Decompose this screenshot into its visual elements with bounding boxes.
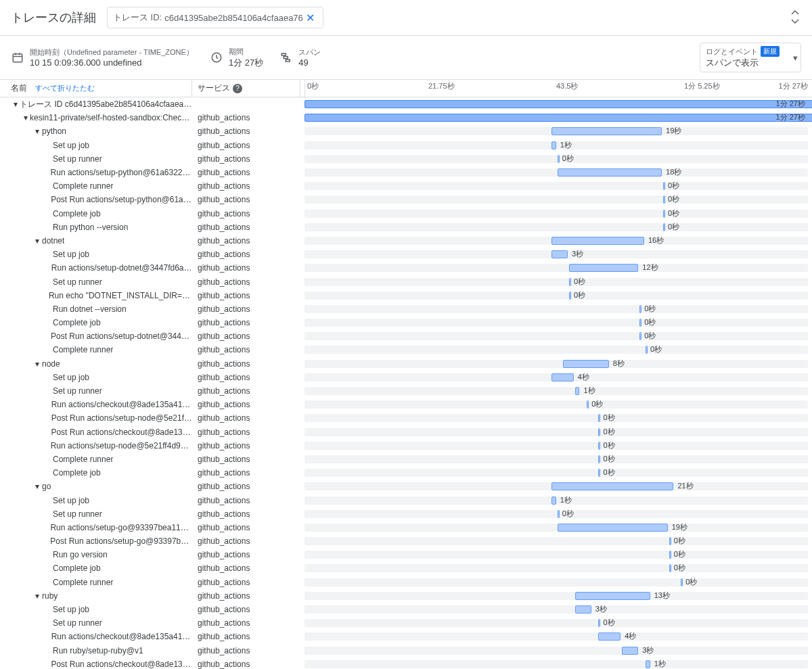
span-row[interactable]: Run ruby/setup-ruby@v1github_actions3秒 — [0, 644, 812, 658]
span-name: kesin11-private/self-hosted-sandbox:Chec… — [30, 113, 192, 122]
span-row[interactable]: Complete runnergithub_actions0秒 — [0, 179, 812, 193]
span-bar[interactable] — [575, 387, 580, 395]
span-row[interactable]: Complete jobgithub_actions0秒 — [0, 466, 812, 480]
trace-id-input[interactable] — [164, 13, 303, 23]
help-icon[interactable]: ? — [233, 84, 242, 93]
span-bar[interactable] — [598, 632, 621, 641]
span-row[interactable]: Post Run actions/checkout@8ade135a...git… — [0, 658, 812, 669]
panel-collapse-down-icon[interactable] — [789, 18, 801, 25]
span-bar[interactable] — [569, 292, 571, 300]
span-bar[interactable] — [622, 647, 638, 655]
span-bar[interactable] — [669, 564, 671, 572]
span-row[interactable]: Post Run actions/setup-go@93397bea1...gi… — [0, 534, 812, 548]
span-row[interactable]: Complete runnergithub_actions0秒 — [0, 343, 812, 356]
expand-toggle-icon[interactable]: ▾ — [21, 113, 30, 122]
expand-toggle-icon[interactable]: ▾ — [32, 236, 42, 246]
span-row[interactable]: Complete runnergithub_actions0秒 — [0, 576, 812, 589]
span-bar[interactable] — [575, 605, 591, 614]
span-row[interactable]: ▾nodegithub_actions8秒 — [0, 357, 812, 371]
span-bar[interactable] — [575, 592, 650, 600]
span-bar[interactable] — [681, 578, 683, 586]
span-bar[interactable] — [551, 250, 568, 258]
span-bar[interactable] — [587, 400, 589, 409]
span-row[interactable]: Run actions/setup-node@5e21ff4d9bc1...gi… — [0, 439, 812, 453]
span-row[interactable]: Run echo "DOTNET_INSTALL_DIR=${RU...gith… — [0, 289, 812, 302]
span-row[interactable]: Set up runnergithub_actions0秒 — [0, 616, 812, 630]
span-bar-cell: 1分 27秒 — [300, 112, 812, 123]
span-row[interactable]: Set up runnergithub_actions0秒 — [0, 152, 812, 166]
span-duration-label: 1分 27秒 — [776, 112, 805, 122]
span-row[interactable]: ▾トレース ID c6d41395abe2b854106a4cfaaea76a.… — [0, 97, 812, 111]
span-bar[interactable] — [646, 660, 650, 668]
span-row[interactable]: ▾rubygithub_actions13秒 — [0, 589, 812, 603]
expand-toggle-icon[interactable]: ▾ — [11, 99, 20, 109]
span-row[interactable]: ▾kesin11-private/self-hosted-sandbox:Che… — [0, 111, 812, 124]
span-bar[interactable] — [304, 100, 812, 108]
span-row[interactable]: Run dotnet --versiongithub_actions0秒 — [0, 302, 812, 316]
span-bar[interactable] — [563, 360, 609, 368]
span-row[interactable]: Set up jobgithub_actions1秒 — [0, 139, 812, 152]
span-row[interactable]: Set up runnergithub_actions0秒 — [0, 275, 812, 288]
expand-toggle-icon[interactable]: ▾ — [32, 591, 42, 601]
span-row[interactable]: Set up jobgithub_actions3秒 — [0, 603, 812, 616]
span-bar[interactable] — [558, 155, 560, 163]
span-bar[interactable] — [639, 332, 641, 340]
span-bar[interactable] — [569, 264, 638, 272]
span-duration-label: 0秒 — [562, 509, 574, 519]
span-bar[interactable] — [646, 346, 648, 354]
clear-search-icon[interactable]: ✕ — [303, 11, 317, 24]
span-bar[interactable] — [551, 497, 556, 505]
span-bar[interactable] — [663, 195, 665, 204]
span-row[interactable]: Complete runnergithub_actions0秒 — [0, 453, 812, 466]
span-row[interactable]: Complete jobgithub_actions0秒 — [0, 561, 812, 575]
span-row[interactable]: Set up jobgithub_actions4秒 — [0, 371, 812, 384]
span-bar[interactable] — [551, 373, 574, 382]
span-row[interactable]: Run actions/setup-dotnet@3447fd6a9f...gi… — [0, 261, 812, 275]
span-bar[interactable] — [551, 237, 644, 245]
span-row[interactable]: Run actions/setup-python@61a6322f88...gi… — [0, 166, 812, 179]
span-bar[interactable] — [558, 524, 668, 532]
span-row[interactable]: Set up runnergithub_actions1秒 — [0, 384, 812, 398]
expand-toggle-icon[interactable]: ▾ — [32, 359, 42, 369]
logs-events-dropdown[interactable]: ログとイベント 新規 スパンで表示 ▾ — [700, 43, 801, 72]
panel-expand-up-icon[interactable] — [789, 10, 801, 17]
span-bar[interactable] — [558, 510, 560, 518]
span-row[interactable]: Run actions/checkout@8ade135a41bc...gith… — [0, 398, 812, 411]
span-bar[interactable] — [663, 182, 665, 190]
spans-icon — [279, 51, 293, 64]
span-row[interactable]: ▾dotnetgithub_actions16秒 — [0, 234, 812, 248]
span-bar-cell: 4秒 — [300, 372, 812, 383]
span-row[interactable]: Run actions/setup-go@93397bea11091...git… — [0, 521, 812, 534]
span-row[interactable]: ▾pythongithub_actions19秒 — [0, 124, 812, 138]
span-row[interactable]: ▾gogithub_actions21秒 — [0, 480, 812, 493]
span-bar[interactable] — [551, 127, 662, 135]
trace-search-box[interactable]: トレース ID: ✕ — [107, 7, 323, 28]
span-row[interactable]: Run actions/checkout@8ade135a41bc...gith… — [0, 630, 812, 643]
span-bar[interactable] — [304, 114, 812, 122]
span-row[interactable]: Set up runnergithub_actions0秒 — [0, 507, 812, 521]
expand-toggle-icon[interactable]: ▾ — [32, 482, 42, 491]
span-bar[interactable] — [551, 141, 556, 149]
span-bar[interactable] — [639, 319, 641, 327]
span-bar[interactable] — [669, 551, 671, 559]
span-bar[interactable] — [669, 537, 671, 545]
span-row[interactable]: Run go versiongithub_actions0秒 — [0, 548, 812, 561]
span-bar[interactable] — [569, 278, 571, 286]
span-bar[interactable] — [663, 210, 665, 218]
collapse-all-link[interactable]: すべて折りたたむ — [35, 83, 95, 93]
span-bar[interactable] — [663, 223, 665, 231]
span-row[interactable]: Set up jobgithub_actions3秒 — [0, 248, 812, 261]
span-row[interactable]: Set up jobgithub_actions1秒 — [0, 493, 812, 507]
span-row[interactable]: Post Run actions/setup-dotnet@3447fd...g… — [0, 329, 812, 343]
span-duration-label: 0秒 — [674, 563, 685, 573]
span-row[interactable]: Post Run actions/setup-node@5e21ff4...gi… — [0, 411, 812, 425]
span-row[interactable]: Post Run actions/setup-python@61a63...gi… — [0, 193, 812, 206]
span-bar[interactable] — [551, 482, 673, 490]
span-row[interactable]: Complete jobgithub_actions0秒 — [0, 316, 812, 329]
span-bar[interactable] — [558, 168, 662, 177]
span-bar[interactable] — [639, 305, 641, 313]
span-row[interactable]: Post Run actions/checkout@8ade135a...git… — [0, 425, 812, 439]
expand-toggle-icon[interactable]: ▾ — [32, 126, 42, 136]
span-row[interactable]: Run python --versiongithub_actions0秒 — [0, 221, 812, 234]
span-row[interactable]: Complete jobgithub_actions0秒 — [0, 207, 812, 221]
